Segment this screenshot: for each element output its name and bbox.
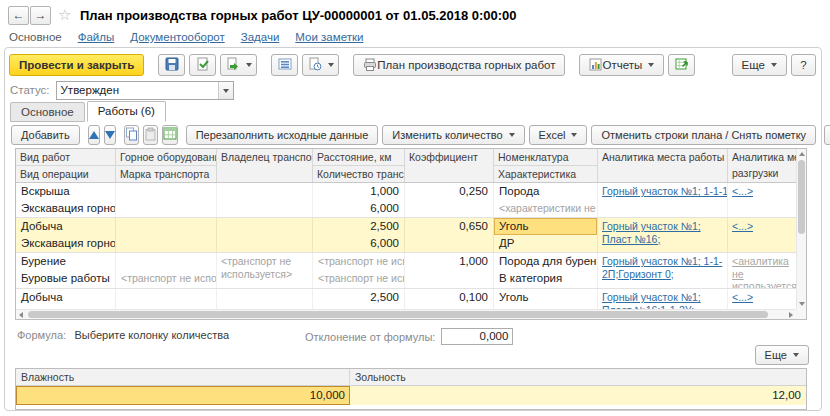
cell-nomenclature[interactable]: УгольДР bbox=[494, 289, 598, 309]
create-based-on-button[interactable] bbox=[220, 54, 257, 76]
work-place-link[interactable]: Горный участок №1; Пласт №16; bbox=[602, 220, 701, 245]
cell-work-type[interactable]: ВскрышаЭкскавация горной м... bbox=[16, 183, 116, 217]
excel-export-icon bbox=[675, 57, 689, 73]
tab-works[interactable]: Работы (6) bbox=[87, 101, 166, 122]
grid-more-button[interactable]: Еще bbox=[824, 125, 830, 145]
column-header-owner[interactable]: Владелец транспорта bbox=[217, 149, 313, 182]
nav-link-tasks[interactable]: Задачи bbox=[241, 31, 280, 43]
cell-coefficient[interactable]: 0,650 bbox=[405, 218, 494, 252]
table-row[interactable]: ВскрышаЭкскавация горной м... 1,0006,000… bbox=[16, 183, 806, 218]
bottom-more-button[interactable]: Еще bbox=[755, 345, 809, 365]
cell-nomenclature[interactable]: Порода для буренияВ категория bbox=[494, 253, 598, 288]
column-header-equipment[interactable]: Горное оборудованиеМарка транспорта bbox=[116, 149, 217, 182]
vertical-scrollbar[interactable] bbox=[796, 149, 806, 309]
cell-work-type[interactable]: ДобычаЭкскавация горной м... bbox=[16, 218, 116, 252]
column-header-ash[interactable]: Зольность bbox=[350, 369, 806, 385]
reports-button[interactable]: Отчеты bbox=[579, 54, 664, 76]
output-list-button[interactable] bbox=[162, 125, 178, 145]
cell-equipment[interactable] bbox=[116, 289, 217, 309]
cell-ash[interactable]: 12,00 bbox=[350, 386, 806, 405]
cell-coefficient[interactable]: 1,000 bbox=[405, 253, 494, 288]
copy-rows-button[interactable] bbox=[124, 125, 139, 145]
cell-equipment[interactable]: <транспорт не исполь... bbox=[116, 253, 217, 288]
nav-link-main[interactable]: Основное bbox=[9, 31, 62, 43]
horizontal-scrollbar-thumb[interactable] bbox=[28, 311, 768, 318]
forward-button[interactable]: → bbox=[30, 6, 51, 25]
cell-work-type[interactable]: Добыча bbox=[16, 289, 116, 309]
horizontal-scrollbar[interactable] bbox=[16, 309, 796, 319]
print-plan-button[interactable]: План производства горных работ bbox=[353, 54, 565, 76]
scroll-left-icon[interactable] bbox=[19, 312, 23, 318]
change-quantity-button[interactable]: Изменить количество bbox=[382, 125, 524, 145]
column-header-unload-place[interactable]: Аналитика местаразгрузки bbox=[728, 149, 806, 182]
nav-link-docflow[interactable]: Документооборот bbox=[130, 31, 224, 43]
unload-place-link[interactable]: <...> bbox=[732, 220, 753, 232]
cell-equipment[interactable] bbox=[116, 183, 217, 217]
scroll-up-icon[interactable] bbox=[799, 152, 805, 156]
cell-humidity-selected[interactable]: 10,000 bbox=[16, 386, 350, 405]
cell-owner[interactable] bbox=[217, 218, 313, 252]
back-button[interactable]: ← bbox=[8, 6, 29, 25]
form-more-button[interactable]: Еще bbox=[732, 54, 787, 76]
cell-distance[interactable]: <транспорт не исполь...<транспорт не исп… bbox=[313, 253, 405, 288]
cell-owner[interactable]: <транспорт не используется> bbox=[217, 253, 313, 288]
cell-nomenclature-selected[interactable]: УгольДР bbox=[494, 218, 598, 252]
work-place-link[interactable]: Горный участок №1; 1-1-2П;Горизонт 0; bbox=[602, 255, 722, 280]
table-icon bbox=[163, 127, 177, 142]
favorite-star-icon[interactable]: ☆ bbox=[58, 6, 71, 24]
print-icon bbox=[363, 58, 377, 73]
work-place-link[interactable]: Горный участок №1; 1-1-1П; bbox=[602, 185, 728, 197]
quality-table-header: Влажность Зольность bbox=[16, 369, 806, 386]
table-row[interactable]: Добыча 2,500 0,100 УгольДР Горный участо… bbox=[16, 289, 806, 309]
table-row[interactable]: БурениеБуровые работы <транспорт не испо… bbox=[16, 253, 806, 289]
tab-main[interactable]: Основное bbox=[10, 102, 85, 122]
cell-distance[interactable]: 2,5006,000 bbox=[313, 218, 405, 252]
refill-data-button[interactable]: Перезаполнить исходные данные bbox=[186, 125, 379, 145]
unload-place-link[interactable]: <...> bbox=[732, 185, 753, 197]
open-list-button[interactable] bbox=[271, 54, 298, 76]
cell-nomenclature[interactable]: Порода<характеристики не исп... bbox=[494, 183, 598, 217]
cell-coefficient[interactable]: 0,100 bbox=[405, 289, 494, 309]
excel-menu-button[interactable]: Excel bbox=[529, 125, 588, 145]
save-button[interactable] bbox=[158, 54, 185, 76]
post-document-button[interactable] bbox=[189, 54, 216, 76]
column-header-work-type[interactable]: Вид работВид операции bbox=[16, 149, 116, 182]
scroll-down-icon[interactable] bbox=[799, 302, 805, 306]
cell-equipment[interactable] bbox=[116, 218, 217, 252]
vertical-scrollbar-thumb[interactable] bbox=[798, 160, 805, 234]
deviation-input[interactable]: 0,000 bbox=[441, 328, 513, 345]
move-up-button[interactable] bbox=[88, 125, 100, 145]
column-header-humidity[interactable]: Влажность bbox=[16, 369, 350, 385]
export-button[interactable] bbox=[668, 54, 695, 76]
nav-link-files[interactable]: Файлы bbox=[78, 31, 115, 43]
move-down-button[interactable] bbox=[104, 125, 116, 145]
column-header-work-place[interactable]: Аналитика места работы bbox=[598, 149, 728, 182]
work-place-link[interactable]: Горный участок №1; Пласт №16;1-1-2У; bbox=[602, 291, 701, 309]
chevron-down-icon[interactable] bbox=[218, 82, 233, 99]
column-header-coefficient[interactable]: Коэффициент bbox=[405, 149, 494, 182]
formula-value[interactable]: Выберите колонку количества bbox=[74, 329, 229, 341]
quality-table-row[interactable]: 10,000 12,00 bbox=[16, 386, 806, 405]
cell-owner[interactable] bbox=[217, 183, 313, 217]
help-button[interactable]: ? bbox=[791, 54, 816, 76]
cell-work-type[interactable]: БурениеБуровые работы bbox=[16, 253, 116, 288]
column-header-nomenclature[interactable]: НоменклатураХарактеристика bbox=[494, 149, 598, 182]
cell-coefficient[interactable]: 0,250 bbox=[405, 183, 494, 217]
table-row-current[interactable]: ДобычаЭкскавация горной м... 2,5006,000 … bbox=[16, 218, 806, 253]
nav-link-notes[interactable]: Мои заметки bbox=[295, 31, 363, 43]
add-row-button[interactable]: Добавить bbox=[11, 125, 80, 145]
status-combobox[interactable]: Утвержден bbox=[56, 81, 234, 100]
grid-toolbar: Добавить Перезаполнить исходные данные И… bbox=[11, 124, 813, 145]
cancel-plan-rows-button[interactable]: Отменить строки плана / Снять пометку bbox=[591, 125, 816, 145]
cell-owner[interactable] bbox=[217, 289, 313, 309]
cell-distance[interactable]: 1,0006,000 bbox=[313, 183, 405, 217]
post-and-close-button[interactable]: Провести и закрыть bbox=[9, 54, 144, 76]
paste-rows-button[interactable] bbox=[143, 125, 158, 145]
document-actions-button[interactable] bbox=[302, 54, 339, 76]
scroll-right-icon[interactable] bbox=[789, 312, 793, 318]
works-table: Вид работВид операции Горное оборудовани… bbox=[15, 148, 807, 320]
column-header-distance[interactable]: Расстояние, кмКоличество транспорта bbox=[313, 149, 405, 182]
unload-place-link[interactable]: <...> bbox=[732, 291, 753, 303]
unload-place-empty[interactable]: <аналитика не используется> bbox=[732, 255, 803, 288]
cell-distance[interactable]: 2,500 bbox=[313, 289, 405, 309]
